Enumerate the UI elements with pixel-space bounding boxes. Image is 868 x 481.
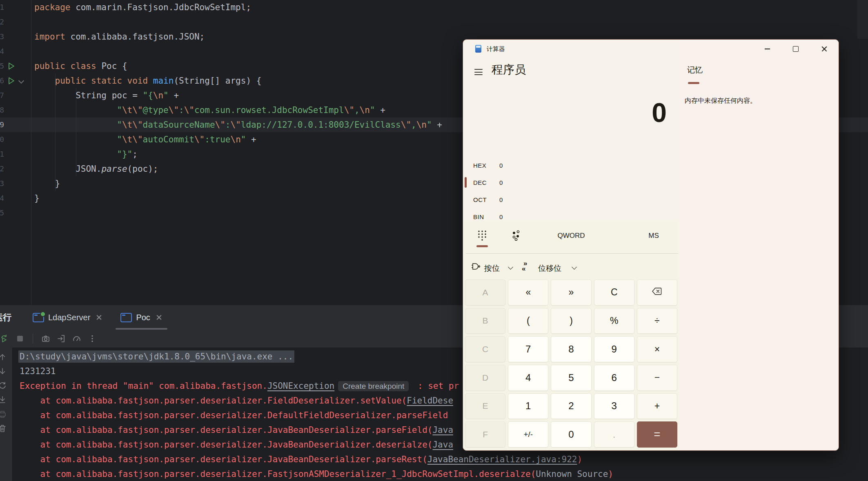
run-tab-ldapserver[interactable]: LdapServer (24, 305, 111, 330)
attach-icon[interactable] (57, 334, 66, 343)
run-gutter-icon[interactable] (7, 76, 16, 85)
key-0[interactable]: 0 (551, 421, 591, 448)
run-tabs: LdapServerPoc (24, 305, 171, 330)
line-number: 15 (0, 206, 4, 220)
close-tab-icon[interactable] (156, 314, 162, 321)
line-number: 3 (0, 29, 4, 44)
camera-icon[interactable] (41, 334, 50, 343)
key-4[interactable]: 4 (508, 365, 548, 391)
key-close-paren[interactable]: ) (551, 308, 591, 334)
key-8[interactable]: 8 (551, 336, 591, 362)
stack-frame-link[interactable]: Java (432, 440, 453, 450)
radix-rows: HEX0DEC0OCT0BIN0 (463, 157, 639, 225)
memory-empty-text: 内存中未保存任何内容。 (685, 97, 757, 105)
radix-label: DEC (473, 179, 499, 186)
key-f: F (465, 421, 505, 448)
radix-row-oct[interactable]: OCT0 (463, 191, 639, 208)
radix-value: 0 (499, 179, 503, 186)
console-text: at com.alibaba.fastjson.parser.deseriali… (20, 410, 448, 420)
run-gutter-icon[interactable] (7, 62, 16, 71)
close-tab-icon[interactable] (96, 314, 102, 321)
line-number: 11 (0, 147, 4, 162)
backspace-icon (652, 287, 662, 298)
radix-label: HEX (473, 162, 499, 169)
line-number: 12 (0, 162, 4, 176)
key-5[interactable]: 5 (551, 365, 591, 391)
key-equals[interactable]: = (637, 421, 677, 448)
key-negate[interactable]: +/- (508, 421, 548, 448)
key-clear[interactable]: C (594, 279, 634, 306)
bit-toggle-keypad[interactable] (511, 230, 521, 241)
console-text: 1231231 (20, 366, 56, 376)
radix-value: 0 (499, 213, 503, 220)
key-open-paren[interactable]: ( (508, 308, 548, 334)
bitwise-dropdown[interactable]: 按位 (484, 263, 500, 274)
line-number: 8 (0, 103, 4, 117)
stack-frame-link[interactable]: JSONException (267, 381, 334, 391)
calculator-window: 计算器 程序员 记忆 内存中未保存任何内容。 0 HEX0DEC0OCT0BIN… (463, 39, 839, 451)
line-number: 4 (0, 44, 4, 59)
radix-row-bin[interactable]: BIN0 (463, 208, 639, 225)
word-size-button[interactable]: QWORD (551, 228, 592, 244)
line-number: 5 (0, 59, 4, 73)
line-number: 7 (0, 88, 4, 103)
key-multiply[interactable]: × (637, 336, 677, 362)
key-d: D (465, 365, 505, 391)
close-button[interactable] (815, 40, 834, 58)
key-divide[interactable]: ÷ (637, 308, 677, 334)
run-tab-label: LdapServer (48, 313, 90, 322)
key-2[interactable]: 2 (551, 393, 591, 419)
calculator-app-icon (475, 45, 481, 53)
console-text: : set pr (412, 381, 459, 391)
console-text: at com.alibaba.fastjson.parser.deseriali… (20, 396, 407, 406)
create-breakpoint-chip[interactable]: Create breakpoint (338, 381, 409, 391)
key-c: C (465, 336, 505, 362)
key-7[interactable]: 7 (508, 336, 548, 362)
calculator-title: 计算器 (487, 45, 505, 53)
key-add[interactable]: + (637, 393, 677, 419)
memory-tab[interactable]: 记忆 (687, 65, 703, 75)
console-text: at com.alibaba.fastjson.parser.deseriali… (20, 454, 427, 464)
radix-row-dec[interactable]: DEC0 (463, 174, 639, 191)
key-a: A (465, 279, 505, 306)
key-rsh[interactable]: » (551, 279, 591, 306)
bitshift-dropdown[interactable]: 位移位 (538, 263, 561, 274)
minimize-button[interactable] (758, 40, 777, 58)
key-percent[interactable]: % (594, 308, 634, 334)
screen: 1package com.marin.Fastjson.JdbcRowSetIm… (0, 0, 868, 481)
code-line: 2 (0, 15, 868, 29)
logic-gate-icon (471, 262, 481, 271)
key-decimal: . (594, 421, 634, 448)
toolbar-divider (33, 334, 33, 344)
radix-value: 0 (499, 196, 503, 203)
radix-value: 0 (499, 162, 503, 169)
console-line: at com.alibaba.fastjson.parser.deseriali… (20, 467, 868, 481)
memory-store-button[interactable]: MS (641, 228, 666, 244)
key-9[interactable]: 9 (594, 336, 634, 362)
key-1[interactable]: 1 (508, 393, 548, 419)
full-keypad-toggle[interactable] (477, 230, 487, 241)
key-backspace[interactable] (637, 279, 677, 306)
stack-frame-link[interactable]: JavaBeanDeserializer.java:922 (427, 454, 577, 464)
run-tool-window-title: 运行 (0, 312, 18, 323)
stack-frame-link[interactable]: Java (432, 425, 453, 435)
console-text: ) (577, 454, 582, 464)
maximize-button[interactable] (786, 40, 805, 58)
calculator-titlebar[interactable]: 计算器 (463, 40, 839, 58)
rerun-icon[interactable] (0, 334, 9, 343)
gauge-icon[interactable] (72, 334, 81, 343)
editor-scrollbar[interactable] (857, 0, 868, 39)
more-icon[interactable] (88, 334, 97, 343)
menu-icon[interactable] (474, 69, 483, 75)
run-options-chevron-icon[interactable] (18, 78, 24, 84)
stop-icon[interactable] (16, 334, 24, 343)
key-6[interactable]: 6 (594, 365, 634, 391)
key-subtract[interactable]: − (637, 365, 677, 391)
stack-frame-link[interactable]: FieldDese (407, 396, 453, 406)
key-3[interactable]: 3 (594, 393, 634, 419)
code-line-text: package com.marin.Fastjson.JdbcRowSetImp… (34, 0, 868, 15)
radix-row-hex[interactable]: HEX0 (463, 157, 639, 174)
key-lsh[interactable]: « (508, 279, 548, 306)
radix-label: BIN (473, 213, 499, 220)
run-tab-poc[interactable]: Poc (111, 305, 171, 330)
